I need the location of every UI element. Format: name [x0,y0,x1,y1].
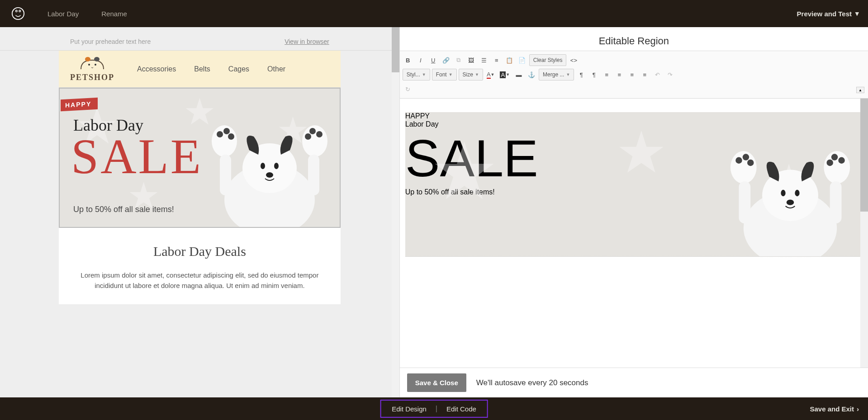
anchor-button[interactable]: ⚓ [526,69,537,80]
editor-hero-block[interactable]: HAPPY Labor Day SALE Up to 50% off all s… [405,112,863,257]
preheader-placeholder[interactable]: Put your preheader text here [70,38,151,45]
text-color-button[interactable]: A ▼ [485,69,497,80]
email-preview-canvas: Put your preheader text here View in bro… [0,27,399,397]
hr-button[interactable]: ▬ [513,69,524,80]
section-body-text[interactable]: Lorem ipsum dolor sit amet, consectetur … [59,270,341,304]
bottom-center-highlight: Edit Design | Edit Code [380,400,488,418]
svg-point-1 [85,57,90,61]
undo-button[interactable]: ↶ [652,69,663,80]
link-button[interactable]: 🔗 [441,55,451,66]
svg-point-15 [217,131,223,137]
scrollbar-thumb[interactable] [392,27,399,72]
paste-text-button[interactable]: 📄 [517,55,527,66]
svg-marker-24 [435,142,493,199]
svg-point-29 [781,190,785,196]
bottom-bar: Edit Design | Edit Code Save and Exit › [0,397,868,420]
svg-point-12 [274,163,279,169]
align-right-button[interactable]: ≡ [626,69,637,80]
bullet-list-button[interactable]: ≡ [491,55,502,66]
svg-point-3 [88,64,90,66]
nav-item[interactable]: Cages [228,65,249,73]
autosave-hint: We'll autosave every 20 seconds [476,378,588,387]
nav-item[interactable]: Other [267,65,285,73]
svg-point-38 [831,154,838,160]
pilcrow-right-button[interactable]: ¶ [588,69,599,80]
email-nav: Accessories Belts Cages Other [137,65,285,73]
editor-title: Editable Region [400,27,868,51]
paste-button[interactable]: 📋 [504,55,515,66]
redo2-button[interactable]: ↻ [403,84,413,94]
svg-point-19 [316,131,323,137]
align-justify-button[interactable]: ≡ [639,69,650,80]
hero-block[interactable]: HAPPY Labor Day SALE Up to 50% off all s… [59,88,341,228]
merge-tags-dropdown[interactable]: Merge ...▼ [539,69,574,80]
svg-point-4 [95,64,96,66]
svg-point-39 [827,160,833,166]
clear-styles-button[interactable]: Clear Styles [529,54,567,66]
size-dropdown[interactable]: Size▼ [459,69,483,80]
collapse-toolbar-button[interactable]: ▲ [856,87,864,93]
preheader-row: Put your preheader text here View in bro… [0,33,399,51]
preview-and-test-dropdown[interactable]: Preview and Test ▾ [797,9,859,18]
svg-point-30 [795,190,799,196]
svg-point-16 [223,128,230,134]
editor-scrollbar-track [860,99,868,368]
editor-panel: Editable Region B I U 🔗 ⧉ 🖼 ☰ ≡ 📋 📄 Clea… [399,27,868,397]
font-dropdown[interactable]: Font▼ [432,69,457,80]
svg-point-21 [305,133,311,140]
chevron-down-icon: ▾ [855,9,859,18]
redo-button[interactable]: ↷ [664,69,675,80]
svg-rect-40 [739,181,750,223]
underline-button[interactable]: U [428,55,439,66]
align-center-button[interactable]: ≡ [614,69,625,80]
scrollbar-track [392,27,399,397]
svg-point-35 [747,160,754,166]
svg-point-17 [228,133,234,140]
svg-point-34 [743,154,749,160]
email-header[interactable]: PETSHOP Accessories Belts Cages Other [59,51,341,88]
image-button[interactable]: 🖼 [466,55,477,66]
save-and-exit-button[interactable]: Save and Exit › [810,405,859,413]
svg-point-13 [266,172,273,178]
source-code-button[interactable]: <> [568,55,579,66]
save-and-close-button[interactable]: Save & Close [407,373,466,392]
campaign-name[interactable]: Labor Day [47,10,79,18]
editor-content-area[interactable]: HAPPY Labor Day SALE Up to 50% off all s… [400,99,868,368]
svg-point-11 [261,163,265,169]
svg-marker-25 [619,131,664,173]
editor-scrollbar-thumb[interactable] [860,99,868,212]
svg-rect-23 [308,155,319,195]
brand-name: PETSHOP [70,73,114,82]
rename-link[interactable]: Rename [101,10,127,18]
svg-point-31 [787,199,794,205]
svg-rect-22 [220,155,231,195]
italic-button[interactable]: I [415,55,426,66]
unlink-button: ⧉ [453,55,464,66]
editor-footer: Save & Close We'll autosave every 20 sec… [400,368,868,397]
wysiwyg-toolbar: B I U 🔗 ⧉ 🖼 ☰ ≡ 📋 📄 Clear Styles <> Styl… [400,51,868,99]
align-left-button[interactable]: ≡ [601,69,612,80]
svg-point-20 [309,128,316,134]
hero-sale-text: SALE [71,132,203,181]
svg-point-2 [94,57,100,61]
nav-item[interactable]: Belts [194,65,210,73]
pilcrow-left-button[interactable]: ¶ [576,69,587,80]
svg-point-37 [838,157,844,164]
styles-dropdown[interactable]: Styl...▼ [403,69,430,80]
view-in-browser-link[interactable]: View in browser [285,38,329,45]
svg-point-0 [12,8,24,19]
svg-rect-41 [830,181,842,223]
edit-design-link[interactable]: Edit Design [392,405,427,413]
bg-color-button[interactable]: A ▼ [498,69,512,80]
hero-subtext: Up to 50% off all sale items! [73,205,174,214]
mailchimp-logo[interactable] [9,5,27,23]
numbered-list-button[interactable]: ☰ [479,55,489,66]
editor-dog-image [718,130,863,256]
bold-button[interactable]: B [403,55,413,66]
pet-icon [72,56,113,72]
chevron-right-icon: › [857,405,859,413]
section-title[interactable]: Labor Day Deals [59,228,341,270]
edit-code-link[interactable]: Edit Code [446,405,476,413]
nav-item[interactable]: Accessories [137,65,176,73]
brand-logo: PETSHOP [70,56,114,82]
